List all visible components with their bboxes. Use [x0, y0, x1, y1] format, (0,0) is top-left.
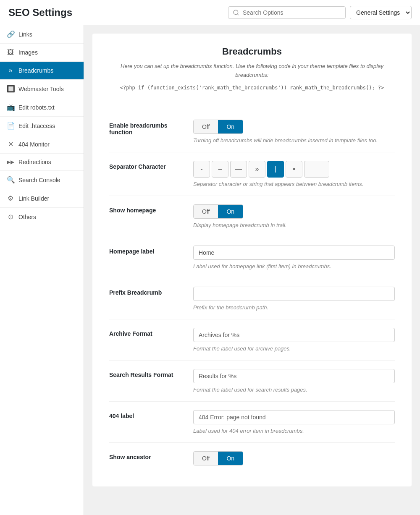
sidebar-item-others[interactable]: ⊙ Others	[0, 208, 84, 226]
breadcrumbs-icon: »	[7, 67, 14, 74]
separator-hint: Separator character or string that appea…	[193, 181, 395, 187]
search-results-format-input[interactable]	[193, 369, 395, 383]
separator-group: - – — » | •	[193, 161, 395, 178]
show-homepage-hint: Display homepage breadcrumb in trail.	[193, 222, 395, 228]
search-icon	[233, 9, 239, 16]
show-homepage-on[interactable]: On	[218, 205, 243, 218]
robots-icon: 📺	[7, 103, 14, 111]
htaccess-icon: 📄	[7, 122, 14, 130]
show-ancestor-label: Show ancestor	[109, 451, 193, 460]
sidebar-item-search-console[interactable]: 🔍 Search Console	[0, 171, 84, 189]
archive-format-input[interactable]	[193, 328, 395, 342]
separator-row: Separator Character - – — » | • Separato…	[109, 152, 395, 196]
separator-control: - – — » | • Separator character or strin…	[193, 161, 395, 187]
sidebar: 🔗 Links 🖼 Images » Breadcrumbs 🔲 Webmast…	[0, 25, 84, 515]
search-results-format-row: Search Results Format Format the label u…	[109, 361, 395, 402]
images-icon: 🖼	[7, 49, 14, 56]
homepage-label-hint: Label used for homepage link (first item…	[193, 263, 395, 269]
archive-format-label: Archive Format	[109, 328, 193, 337]
404-label-input[interactable]	[193, 410, 395, 424]
404-label-control: Label used for 404 error item in breadcr…	[193, 410, 395, 434]
svg-line-1	[237, 14, 239, 15]
show-homepage-toggle[interactable]: Off On	[193, 204, 243, 219]
enable-breadcrumbs-hint: Turning off breadcrumbs will hide breadc…	[193, 137, 395, 144]
sidebar-label-breadcrumbs: Breadcrumbs	[18, 67, 53, 74]
search-results-format-hint: Format the label used for search results…	[193, 387, 395, 393]
404-label-label: 404 label	[109, 410, 193, 419]
sidebar-item-breadcrumbs[interactable]: » Breadcrumbs	[0, 62, 84, 80]
top-bar-right: General SettingsTitles & MetaSitemapSoci…	[228, 6, 412, 19]
homepage-label-control: Label used for homepage link (first item…	[193, 246, 395, 269]
archive-format-hint: Format the label used for archive pages.	[193, 345, 395, 352]
breadcrumbs-heading: Breadcrumbs	[109, 46, 395, 57]
homepage-label-input[interactable]	[193, 246, 395, 260]
settings-dropdown[interactable]: General SettingsTitles & MetaSitemapSoci…	[350, 6, 412, 19]
enable-breadcrumbs-label: Enable breadcrumbs function	[109, 120, 193, 136]
sidebar-label-webmaster: Webmaster Tools	[18, 86, 64, 92]
code-snippet: <?php if (function_exists('rank_math_the…	[109, 85, 395, 91]
links-icon: 🔗	[7, 30, 14, 38]
sidebar-item-edit-htaccess[interactable]: 📄 Edit .htaccess	[0, 117, 84, 135]
redirections-icon: ▶▶	[7, 159, 14, 165]
search-input[interactable]	[243, 9, 341, 16]
homepage-label-label: Homepage label	[109, 246, 193, 255]
layout: 🔗 Links 🖼 Images » Breadcrumbs 🔲 Webmast…	[0, 25, 420, 515]
sep-btn-bullet[interactable]: •	[286, 161, 302, 178]
prefix-breadcrumb-label: Prefix Breadcrumb	[109, 287, 193, 296]
search-console-icon: 🔍	[7, 176, 14, 184]
show-ancestor-row: Show ancestor Off On	[109, 443, 395, 474]
sidebar-label-404: 404 Monitor	[18, 141, 50, 148]
404-label-hint: Label used for 404 error item in breadcr…	[193, 428, 395, 434]
show-ancestor-toggle[interactable]: Off On	[193, 451, 243, 465]
enable-breadcrumbs-row: Enable breadcrumbs function Off On Turni…	[109, 111, 395, 152]
separator-label: Separator Character	[109, 161, 193, 170]
link-builder-icon: ⚙	[7, 194, 14, 202]
sidebar-label-others: Others	[18, 214, 36, 220]
show-ancestor-off[interactable]: Off	[194, 452, 218, 465]
enable-breadcrumbs-control: Off On Turning off breadcrumbs will hide…	[193, 120, 395, 144]
sep-btn-pipe[interactable]: |	[267, 161, 284, 178]
sep-btn-raquo[interactable]: »	[249, 161, 265, 178]
sidebar-label-redirections: Redirections	[18, 159, 51, 165]
show-ancestor-control: Off On	[193, 451, 395, 465]
404-icon: ✕	[7, 140, 14, 148]
404-label-row: 404 label Label used for 404 error item …	[109, 402, 395, 443]
sidebar-label-images: Images	[18, 49, 38, 56]
breadcrumbs-description: Here you can set up the breadcrumbs func…	[109, 62, 395, 80]
show-ancestor-on[interactable]: On	[218, 452, 243, 465]
sep-btn-custom[interactable]	[304, 161, 329, 178]
sep-btn-emdash[interactable]: —	[230, 161, 247, 178]
sep-btn-endash[interactable]: –	[212, 161, 228, 178]
search-box[interactable]	[228, 6, 346, 19]
sidebar-label-search-console: Search Console	[18, 177, 60, 183]
sidebar-item-link-builder[interactable]: ⚙ Link Builder	[0, 189, 84, 208]
top-bar: SEO Settings General SettingsTitles & Me…	[0, 0, 420, 25]
search-results-format-label: Search Results Format	[109, 369, 193, 378]
enable-breadcrumbs-off[interactable]: Off	[194, 120, 218, 133]
enable-breadcrumbs-toggle[interactable]: Off On	[193, 120, 243, 134]
enable-breadcrumbs-on[interactable]: On	[218, 120, 243, 133]
sidebar-label-htaccess: Edit .htaccess	[18, 123, 55, 129]
page-title: SEO Settings	[8, 7, 72, 18]
sidebar-item-redirections[interactable]: ▶▶ Redirections	[0, 154, 84, 171]
prefix-breadcrumb-input[interactable]	[193, 287, 395, 301]
prefix-breadcrumb-control: Prefix for the breadcrumb path.	[193, 287, 395, 311]
prefix-breadcrumb-hint: Prefix for the breadcrumb path.	[193, 304, 395, 311]
archive-format-row: Archive Format Format the label used for…	[109, 319, 395, 361]
show-homepage-row: Show homepage Off On Display homepage br…	[109, 196, 395, 237]
sidebar-item-edit-robots[interactable]: 📺 Edit robots.txt	[0, 98, 84, 117]
sidebar-item-images[interactable]: 🖼 Images	[0, 44, 84, 62]
sidebar-label-robots: Edit robots.txt	[18, 104, 55, 111]
sidebar-item-404-monitor[interactable]: ✕ 404 Monitor	[0, 135, 84, 154]
sidebar-item-webmaster-tools[interactable]: 🔲 Webmaster Tools	[0, 80, 84, 98]
content-card: Breadcrumbs Here you can set up the brea…	[92, 34, 412, 486]
sep-btn-hyphen[interactable]: -	[193, 161, 210, 178]
prefix-breadcrumb-row: Prefix Breadcrumb Prefix for the breadcr…	[109, 278, 395, 319]
show-homepage-label: Show homepage	[109, 204, 193, 214]
svg-point-0	[234, 10, 238, 15]
show-homepage-off[interactable]: Off	[194, 205, 218, 218]
others-icon: ⊙	[7, 213, 14, 221]
sidebar-item-links[interactable]: 🔗 Links	[0, 25, 84, 44]
main-content: Breadcrumbs Here you can set up the brea…	[84, 25, 420, 515]
show-homepage-control: Off On Display homepage breadcrumb in tr…	[193, 204, 395, 228]
